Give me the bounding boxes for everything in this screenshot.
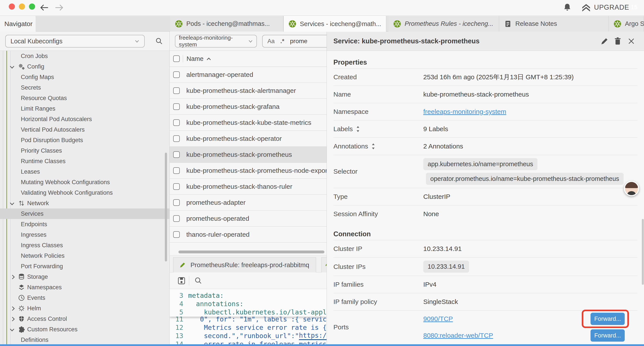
table-row[interactable]: kube-prometheus-stack-thanos-ruler — [170, 179, 326, 195]
name-column-header[interactable]: Name — [186, 55, 204, 62]
notification-count-badge[interactable]: 15 — [629, 2, 640, 13]
select-all-checkbox[interactable] — [173, 55, 180, 62]
row-checkbox[interactable] — [173, 167, 180, 174]
table-row[interactable]: prometheus-operated — [170, 211, 326, 227]
regex-toggle[interactable]: .* — [280, 38, 284, 45]
sidebar-item-access-control[interactable]: Access Control — [0, 314, 170, 324]
detail-scrollbar[interactable] — [642, 219, 644, 285]
sort-toggle-icon[interactable] — [371, 143, 376, 150]
tab-release-notes[interactable]: Release Notes — [499, 16, 609, 31]
match-case-toggle[interactable]: Aa — [268, 38, 275, 45]
table-row[interactable]: kube-prometheus-stack-prometheus-node-ex… — [170, 163, 326, 179]
upgrade-button[interactable]: UPGRADE — [581, 3, 629, 12]
row-checkbox[interactable] — [173, 199, 180, 206]
sidebar-item-vertical-pod-autoscalers[interactable]: Vertical Pod Autoscalers — [0, 124, 170, 135]
row-checkbox[interactable] — [173, 135, 180, 142]
sidebar-item-secrets[interactable]: Secrets — [0, 82, 170, 93]
minimize-window-button[interactable] — [19, 3, 25, 10]
forward-arrow-icon[interactable] — [54, 4, 64, 11]
row-checkbox[interactable] — [173, 215, 180, 222]
sidebar-item-validating-webhook-configurations[interactable]: Validating Webhook Configurations — [0, 187, 170, 198]
sidebar-item-config[interactable]: Config — [0, 61, 170, 72]
sidebar-item-definitions[interactable]: Definitions — [0, 335, 170, 344]
sidebar-item-events[interactable]: Events — [0, 293, 170, 303]
sidebar-item-config-maps[interactable]: Config Maps — [0, 72, 170, 82]
sidebar-item-helm[interactable]: Helm — [0, 303, 170, 314]
edit-pencil-icon — [179, 262, 186, 269]
table-row[interactable]: kube-prometheus-stack-operator — [170, 131, 326, 147]
zoom-window-button[interactable] — [29, 3, 35, 10]
service-name: kube-prometheus-stack-thanos-ruler — [186, 183, 292, 190]
sidebar-item-resource-quotas[interactable]: Resource Quotas — [0, 93, 170, 103]
tab-services-icecheng-math[interactable]: Services - icecheng@math...× — [284, 16, 386, 32]
tab-argo-se[interactable]: Argo Se — [609, 16, 644, 31]
row-checkbox[interactable] — [173, 151, 180, 158]
table-row[interactable]: kube-prometheus-stack-kube-state-metrics — [170, 115, 326, 131]
sidebar-item-storage[interactable]: Storage — [0, 272, 170, 282]
row-checkbox[interactable] — [173, 231, 180, 238]
row-checkbox[interactable] — [173, 183, 180, 190]
close-icon[interactable] — [627, 37, 636, 45]
table-row[interactable]: alertmanager-operated — [170, 67, 326, 83]
editor-tab-partial[interactable] — [321, 257, 326, 273]
yaml-editor[interactable]: 11 0", for": "1m", labels :{ service": 1… — [170, 289, 326, 344]
sidebar-item-runtime-classes[interactable]: Runtime Classes — [0, 156, 170, 166]
sidebar-item-services[interactable]: Services — [0, 209, 170, 219]
sidebar-item-leases[interactable]: Leases — [0, 166, 170, 177]
tab-label: Release Notes — [515, 20, 557, 27]
sidebar-search-icon[interactable] — [155, 37, 163, 45]
navigator-panel-tab[interactable]: Navigator — [0, 16, 36, 31]
editor-toolbar — [170, 272, 326, 289]
sidebar-item-ingress-classes[interactable]: Ingress Classes — [0, 240, 170, 251]
sidebar-item-port-forwarding[interactable]: Port Forwarding — [0, 261, 170, 272]
sort-toggle-icon[interactable] — [356, 125, 360, 133]
sort-ascending-icon[interactable] — [207, 58, 211, 61]
close-window-button[interactable] — [9, 3, 15, 10]
namespace-filter-select[interactable]: freeleaps-monitoring-system — [175, 35, 257, 47]
sidebar-scrollbar[interactable] — [165, 153, 167, 262]
back-arrow-icon[interactable] — [39, 4, 49, 11]
sidebar-item-limit-ranges[interactable]: Limit Ranges — [0, 103, 170, 114]
table-row[interactable]: thanos-ruler-operated — [170, 227, 326, 243]
sidebar-item-cron-jobs[interactable]: Cron Jobs — [0, 51, 170, 61]
tab-pods-icecheng-mathmas[interactable]: Pods - icecheng@mathmas... — [170, 16, 284, 31]
table-row[interactable]: kube-prometheus-stack-alertmanager — [170, 83, 326, 99]
table-row[interactable]: kube-prometheus-stack-prometheus — [170, 147, 326, 163]
horizontal-scrollbar[interactable] — [178, 251, 324, 253]
editor-search-icon[interactable] — [194, 276, 202, 285]
port-link[interactable]: 8080:reloader-web/TCP — [423, 332, 493, 339]
row-checkbox[interactable] — [173, 87, 180, 94]
row-checkbox[interactable] — [173, 103, 180, 110]
property-row-type: TypeClusterIP — [334, 188, 638, 205]
notifications-bell-icon[interactable] — [563, 3, 572, 13]
tab-prometheus-rules-icecheng[interactable]: Prometheus Rules - icecheng... — [388, 16, 499, 31]
sidebar-item-custom-resources[interactable]: Custom Resources — [0, 324, 170, 335]
forward-button[interactable]: Forward... — [590, 313, 625, 325]
edit-pencil-icon[interactable] — [600, 37, 609, 45]
save-icon[interactable] — [177, 276, 186, 285]
sidebar-item-network[interactable]: Network — [0, 198, 170, 209]
sidebar-item-ingresses[interactable]: Ingresses — [0, 230, 170, 240]
sidebar-item-endpoints[interactable]: Endpoints — [0, 219, 170, 230]
row-checkbox[interactable] — [173, 71, 180, 78]
sidebar-item-horizontal-pod-autoscalers[interactable]: Horizontal Pod Autoscalers — [0, 114, 170, 124]
sidebar-item-priority-classes[interactable]: Priority Classes — [0, 145, 170, 156]
sidebar-item-network-policies[interactable]: Network Policies — [0, 251, 170, 261]
sidebar-item-pod-disruption-budgets[interactable]: Pod Disruption Budgets — [0, 135, 170, 145]
kubeconfig-select[interactable]: Local Kubeconfigs — [5, 35, 145, 47]
table-row[interactable]: kube-prometheus-stack-grafana — [170, 99, 326, 115]
name-search-input[interactable]: Aa .* prome — [262, 35, 326, 47]
kubeconfig-select-value: Local Kubeconfigs — [10, 38, 62, 45]
row-checkbox[interactable] — [173, 119, 180, 126]
sidebar-item-mutating-webhook-configurations[interactable]: Mutating Webhook Configurations — [0, 177, 170, 187]
forward-button[interactable]: Forward... — [590, 329, 625, 342]
namespace-filter-value: freeleaps-monitoring-system — [179, 34, 248, 48]
runbook-link[interactable]: https://net — [299, 332, 326, 340]
editor-tab-prometheusrule[interactable]: PrometheusRule: freeleaps-prod-rabbitmq — [173, 257, 316, 273]
user-avatar[interactable] — [624, 181, 639, 196]
delete-trash-icon[interactable] — [613, 37, 622, 45]
port-link[interactable]: 9090/TCP — [423, 315, 453, 323]
table-row[interactable]: prometheus-adapter — [170, 195, 326, 211]
sidebar-item-namespaces[interactable]: Namespaces — [0, 282, 170, 293]
namespace-link[interactable]: freeleaps-monitoring-system — [423, 108, 506, 115]
